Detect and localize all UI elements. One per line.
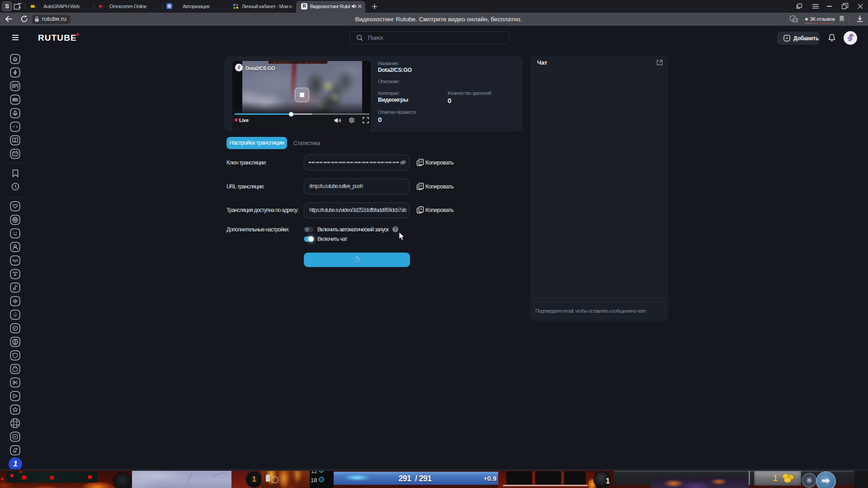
svg-text:LIVE: LIVE — [13, 99, 18, 101]
